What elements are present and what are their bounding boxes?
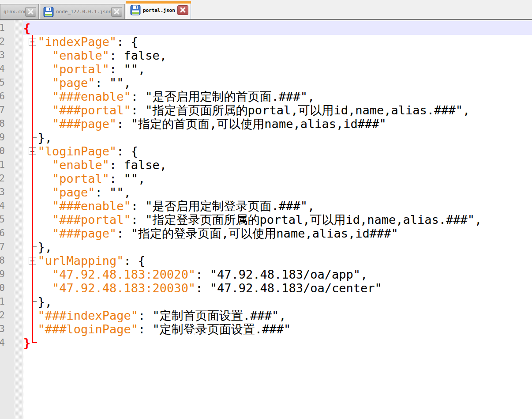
code-line[interactable]: "###page": "指定的登录页面,可以使用name,alias,id###… (23, 226, 532, 240)
code-segment-plain (23, 117, 52, 131)
code-segment-plain: : { (116, 144, 138, 158)
code-line[interactable]: "portal": "", (23, 62, 532, 76)
code-segment-plain: : "是否启用定制的首页面.###", (131, 90, 315, 103)
line-number: 7 (0, 103, 5, 117)
tab-label: node_127.0.0.1.json (54, 9, 111, 15)
code-line[interactable]: "###portal": "指定登录页面所属的portal,可以用id,name… (23, 213, 532, 226)
code-segment-plain (23, 158, 52, 172)
code-segment-key: "enable" (52, 158, 109, 172)
code-line[interactable]: "###enable": "是否启用定制的首页面.###", (23, 90, 532, 103)
code-segment-key: "loginPage" (38, 144, 117, 158)
code-line[interactable]: "loginPage": { (23, 144, 532, 158)
code-segment-key: "###enable" (52, 199, 131, 213)
code-segment-plain: : "指定的登录页面,可以使用name,alias,id###" (116, 226, 398, 240)
code-segment-plain (23, 144, 38, 158)
code-segment-plain (23, 281, 52, 295)
code-segment-plain (23, 185, 52, 199)
code-segment-plain: : "47.92.48.183/oa/app", (195, 268, 367, 281)
line-number: 20 (0, 281, 5, 295)
line-number: 6 (0, 90, 5, 103)
code-line[interactable]: "47.92.48.183:20030": "47.92.48.183/oa/c… (23, 281, 532, 295)
tab-portal-json[interactable]: portal.json (126, 1, 191, 19)
tab-label: portal.json (141, 8, 177, 13)
code-segment-plain (23, 62, 52, 76)
code-segment-key: "page" (52, 185, 95, 199)
code-line[interactable]: "portal": "", (23, 172, 532, 185)
line-number: 18 (0, 254, 5, 268)
fold-margin[interactable] (14, 20, 23, 419)
code-segment-key: "page" (52, 76, 95, 90)
code-segment-plain: : "指定的首页面,可以使用name,alias,id###" (116, 117, 386, 131)
line-number: 23 (0, 322, 5, 336)
code-segment-plain (23, 76, 52, 90)
code-segment-plain: : "47.92.48.183/oa/center" (195, 281, 382, 295)
close-icon[interactable] (177, 5, 188, 15)
line-number: 22 (0, 309, 5, 322)
code-line[interactable]: "page": "", (23, 76, 532, 90)
code-segment-brace: { (23, 21, 30, 35)
code-line[interactable]: }, (23, 131, 532, 144)
code-segment-plain: : { (116, 35, 138, 49)
tab-nginx-conf[interactable]: ginx.conf (0, 4, 39, 19)
code-segment-plain (23, 254, 38, 268)
code-line[interactable]: "indexPage": { (23, 35, 532, 49)
code-line[interactable]: "page": "", (23, 185, 532, 199)
code-line[interactable]: "###indexPage": "定制首页面设置.###", (23, 309, 532, 322)
code-line[interactable]: }, (23, 240, 532, 254)
close-icon[interactable] (111, 7, 122, 17)
code-segment-plain (23, 35, 38, 49)
line-number: 13 (0, 185, 5, 199)
code-line[interactable]: }, (23, 295, 532, 309)
code-segment-key: "portal" (52, 62, 109, 76)
code-segment-key: "###indexPage" (38, 309, 139, 322)
code-line[interactable]: "###portal": "指定首页面所属的portal,可以用id,name,… (23, 103, 532, 117)
code-line[interactable]: "###loginPage": "定制登录页面设置.###" (23, 322, 532, 336)
code-segment-plain (23, 90, 52, 103)
tab-bar: ginx.conf node_127.0.0.1.json portal.jso… (0, 0, 532, 20)
line-number: 5 (0, 76, 5, 90)
code-segment-plain (23, 172, 52, 185)
code-line[interactable]: "###page": "指定的首页面,可以使用name,alias,id###" (23, 117, 532, 131)
code-segment-brace: } (23, 336, 30, 350)
line-number: 2 (0, 35, 5, 49)
code-segment-key: "###loginPage" (38, 322, 139, 336)
tab-node-json[interactable]: node_127.0.0.1.json (40, 4, 125, 19)
code-segment-plain (23, 226, 52, 240)
code-segment-plain: : "", (109, 172, 145, 185)
code-segment-plain: : { (124, 254, 146, 268)
code-segment-plain: }, (23, 295, 52, 309)
code-segment-key: "###page" (52, 226, 116, 240)
code-segment-plain: : "", (109, 62, 145, 76)
code-segment-plain: : "指定首页面所属的portal,可以用id,name,alias.###", (131, 103, 470, 117)
code-segment-plain (23, 322, 38, 336)
close-icon[interactable] (25, 7, 36, 17)
code-line[interactable]: "urlMapping": { (23, 254, 532, 268)
line-number: 14 (0, 199, 5, 213)
code-segment-plain: : "", (95, 76, 131, 90)
code-line[interactable]: "47.92.48.183:20020": "47.92.48.183/oa/a… (23, 268, 532, 281)
line-number: 10 (0, 144, 5, 158)
code-segment-plain (23, 199, 52, 213)
line-number: 3 (0, 49, 5, 62)
code-line[interactable]: "enable": false, (23, 49, 532, 62)
editor[interactable]: 123456789101112131415161718192021222324 … (0, 20, 532, 419)
line-number: 11 (0, 158, 5, 172)
code-segment-key: "###portal" (52, 213, 131, 226)
code-segment-plain: : false, (109, 49, 167, 62)
line-number: 9 (0, 131, 5, 144)
code-line[interactable]: } (23, 336, 532, 350)
code-line[interactable]: "###enable": "是否启用定制登录页面.###", (23, 199, 532, 213)
line-number: 21 (0, 295, 5, 309)
line-number: 15 (0, 213, 5, 226)
code-line[interactable]: "enable": false, (23, 158, 532, 172)
code-segment-key: "###page" (52, 117, 116, 131)
code-line[interactable]: { (23, 21, 532, 35)
code-segment-plain (23, 49, 52, 62)
line-numbers: 123456789101112131415161718192021222324 (0, 20, 5, 419)
code-segment-plain (23, 103, 52, 117)
code-area[interactable]: { "indexPage": { "enable": false, "porta… (23, 20, 532, 419)
line-number-gutter: 123456789101112131415161718192021222324 (0, 20, 14, 419)
code-segment-key: "portal" (52, 172, 109, 185)
code-segment-plain: }, (23, 131, 52, 144)
code-segment-key: "urlMapping" (38, 254, 124, 268)
